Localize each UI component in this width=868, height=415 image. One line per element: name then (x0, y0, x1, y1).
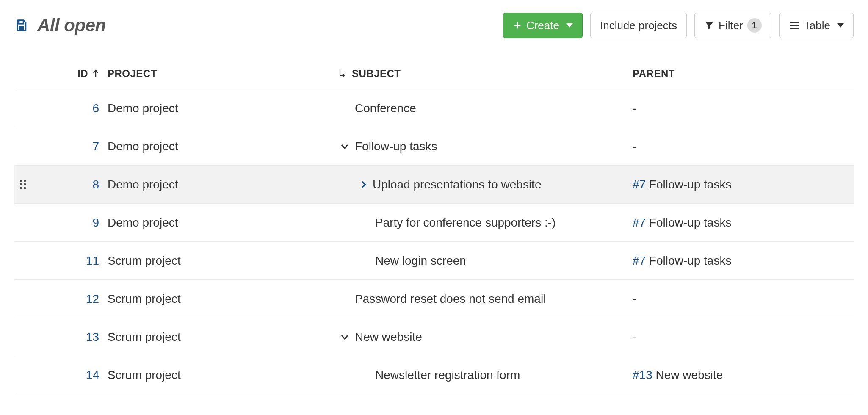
filter-button[interactable]: Filter 1 (694, 13, 771, 38)
table-row[interactable]: 6Demo projectConference- (14, 89, 854, 127)
drag-handle-icon (20, 180, 26, 189)
cell-parent: #13 New website (633, 368, 861, 382)
view-mode-label: Table (804, 20, 830, 31)
cell-subject: New website (328, 330, 633, 344)
parent-link[interactable]: #13 (633, 368, 652, 382)
cell-id: 7 (31, 140, 108, 153)
cell-id: 14 (31, 368, 108, 382)
subject-text[interactable]: New login screen (375, 254, 466, 268)
work-package-id-link[interactable]: 9 (92, 216, 99, 229)
work-package-id-link[interactable]: 8 (92, 178, 99, 191)
subject-text[interactable]: Conference (355, 102, 416, 115)
cell-id: 6 (31, 102, 108, 115)
sort-asc-icon (92, 69, 99, 78)
cell-parent: - (633, 292, 861, 306)
include-projects-button[interactable]: Include projects (590, 13, 687, 38)
hierarchy-icon (338, 69, 348, 79)
parent-link[interactable]: #7 (633, 216, 646, 229)
caret-down-icon (837, 23, 844, 28)
view-mode-button[interactable]: Table (779, 13, 854, 38)
table-row[interactable]: 12Scrum projectPassword reset does not s… (14, 280, 854, 318)
svg-rect-0 (19, 20, 24, 24)
table-header: ID PROJECT (14, 64, 854, 89)
include-projects-label: Include projects (600, 20, 677, 31)
parent-link[interactable]: #7 (633, 254, 646, 267)
collapse-toggle-icon[interactable] (340, 144, 349, 149)
column-header-subject[interactable]: SUBJECT (328, 68, 633, 80)
cell-parent: - (633, 140, 861, 153)
save-icon[interactable] (14, 19, 28, 32)
cell-project: Demo project (108, 140, 328, 153)
cell-subject: Newsletter registration form (328, 368, 633, 382)
page-title: All open (37, 15, 106, 36)
header-right: Create Include projects Filter 1 (503, 13, 854, 38)
cell-subject: Follow-up tasks (328, 140, 633, 153)
cell-parent: - (633, 102, 861, 115)
column-label: PROJECT (108, 68, 157, 80)
parent-text: Follow-up tasks (646, 216, 731, 229)
cell-id: 12 (31, 292, 108, 306)
subject-text[interactable]: New website (355, 330, 422, 344)
parent-text: New website (652, 368, 723, 382)
filter-label: Filter (719, 20, 743, 31)
cell-subject: Upload presentations to website (328, 178, 633, 191)
subject-text[interactable]: Password reset does not send email (355, 292, 546, 306)
cell-project: Demo project (108, 102, 328, 115)
header-left: All open (14, 15, 106, 36)
subject-text[interactable]: Upload presentations to website (373, 178, 541, 191)
expand-toggle-icon[interactable] (361, 180, 367, 189)
cell-subject: New login screen (328, 254, 633, 268)
filter-count-badge: 1 (747, 18, 762, 33)
cell-parent: #7 Follow-up tasks (633, 254, 861, 268)
table-row[interactable]: 8Demo projectUpload presentations to web… (14, 166, 854, 204)
cell-parent: #7 Follow-up tasks (633, 178, 861, 191)
work-package-id-link[interactable]: 6 (92, 102, 99, 115)
collapse-toggle-icon[interactable] (340, 334, 349, 340)
cell-project: Scrum project (108, 254, 328, 268)
parent-text: Follow-up tasks (646, 178, 731, 191)
column-header-id[interactable]: ID (31, 68, 108, 80)
header-bar: All open Create Include projects (14, 13, 854, 38)
work-packages-table: ID PROJECT (14, 64, 854, 394)
cell-subject: Password reset does not send email (328, 292, 633, 306)
cell-id: 11 (31, 254, 108, 268)
cell-project: Scrum project (108, 368, 328, 382)
subject-text[interactable]: Party for conference supporters :-) (375, 216, 556, 230)
drag-handle[interactable] (14, 180, 31, 189)
work-package-id-link[interactable]: 7 (92, 140, 99, 153)
parent-link[interactable]: #7 (633, 178, 646, 191)
table-body: 6Demo projectConference-7Demo projectFol… (14, 89, 854, 394)
column-label: ID (77, 68, 88, 80)
plus-icon (513, 21, 522, 30)
table-row[interactable]: 13Scrum projectNew website- (14, 318, 854, 356)
column-label: PARENT (633, 68, 675, 80)
work-package-id-link[interactable]: 14 (86, 368, 99, 382)
cell-id: 9 (31, 216, 108, 230)
work-package-id-link[interactable]: 11 (86, 254, 99, 267)
table-icon (789, 21, 800, 30)
table-row[interactable]: 14Scrum projectNewsletter registration f… (14, 356, 854, 394)
subject-text[interactable]: Newsletter registration form (375, 368, 520, 382)
column-header-parent[interactable]: PARENT (633, 68, 861, 80)
table-row[interactable]: 11Scrum projectNew login screen#7 Follow… (14, 242, 854, 280)
cell-parent: - (633, 330, 861, 344)
parent-text: Follow-up tasks (646, 254, 731, 267)
cell-id: 13 (31, 330, 108, 344)
cell-subject: Conference (328, 102, 633, 115)
table-row[interactable]: 9Demo projectParty for conference suppor… (14, 204, 854, 242)
filter-icon (704, 20, 714, 30)
cell-id: 8 (31, 178, 108, 191)
cell-project: Scrum project (108, 292, 328, 306)
column-header-project[interactable]: PROJECT (108, 68, 328, 80)
cell-project: Demo project (108, 178, 328, 191)
work-package-id-link[interactable]: 13 (86, 330, 99, 343)
caret-down-icon (566, 23, 573, 28)
table-row[interactable]: 7Demo projectFollow-up tasks- (14, 127, 854, 166)
svg-rect-1 (19, 26, 24, 30)
create-button[interactable]: Create (503, 13, 583, 38)
work-package-id-link[interactable]: 12 (86, 292, 99, 305)
cell-subject: Party for conference supporters :-) (328, 216, 633, 230)
subject-text[interactable]: Follow-up tasks (355, 140, 437, 153)
cell-project: Scrum project (108, 330, 328, 344)
cell-parent: #7 Follow-up tasks (633, 216, 861, 230)
